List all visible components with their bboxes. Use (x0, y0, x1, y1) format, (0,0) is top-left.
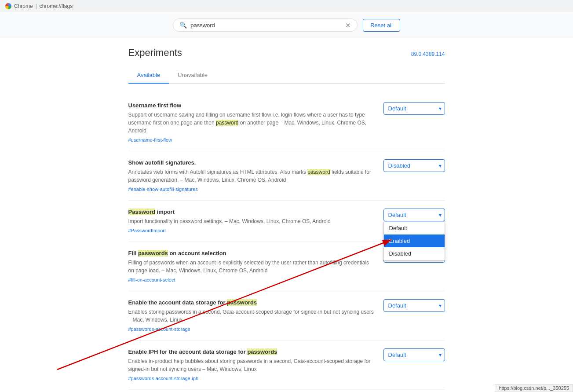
select-wrapper: Default Enabled Disabled (383, 209, 445, 221)
flag-control-password-import: Default Enabled Disabled Default Enabled… (383, 209, 445, 221)
flag-link[interactable]: #PasswordImport (128, 228, 166, 233)
select-wrapper: Default Enabled Disabled (383, 299, 445, 312)
flag-content: Fill passwords on account selection Fill… (128, 250, 375, 283)
flag-desc: Support of username saving and filling o… (128, 111, 375, 135)
search-input[interactable] (190, 22, 342, 29)
main-content: Experiments 89.0.4389.114 Available Unav… (120, 38, 454, 392)
flag-title: Enable IPH for the account data storage … (128, 348, 375, 355)
flag-title: Enable the account data storage for pass… (128, 299, 375, 306)
select-wrapper: Default Enabled Disabled (383, 159, 445, 172)
flag-desc: Enables in-product help bubbles about st… (128, 357, 375, 373)
footer-url: https://blog.csdn.net/p..._350255 (495, 384, 573, 392)
flag-desc: Annotates web forms with Autofill signat… (128, 168, 375, 184)
flag-title: Show autofill signatures. (128, 159, 375, 166)
flag-desc: Import functionality in password setting… (128, 217, 375, 225)
flag-link[interactable]: #username-first-flow (128, 137, 172, 143)
version-number: 89.0.4389.114 (411, 51, 445, 57)
flag-select-username-first-flow[interactable]: Default Enabled Disabled (383, 102, 445, 115)
flag-content: Enable IPH for the account data storage … (128, 348, 375, 381)
top-bar: Chrome | chrome://flags (0, 0, 573, 12)
flag-item-password-import: Password import Import functionality in … (128, 201, 445, 242)
flag-link[interactable]: #fill-on-account-select (128, 277, 175, 282)
highlight-word: passwords (247, 348, 277, 355)
dropdown-option-disabled[interactable]: Disabled (384, 247, 445, 260)
flag-link[interactable]: #passwords-account-storage-iph (128, 376, 199, 381)
flag-control: Default Enabled Disabled (383, 159, 445, 172)
flag-item-autofill-signatures: Show autofill signatures. Annotates web … (128, 151, 445, 201)
highlight-word: Password (128, 209, 155, 215)
flag-title: Username first flow (128, 102, 375, 109)
tabs: Available Unavailable (128, 67, 445, 84)
flag-item-passwords-account-storage: Enable the account data storage for pass… (128, 291, 445, 341)
chrome-logo-icon (5, 3, 11, 9)
tab-unavailable[interactable]: Unavailable (169, 67, 216, 84)
title-after: import (155, 209, 175, 215)
experiments-header: Experiments 89.0.4389.114 (128, 47, 445, 59)
flag-select-autofill-signatures[interactable]: Default Enabled Disabled (383, 159, 445, 172)
select-wrapper: Default Enabled Disabled (383, 102, 445, 115)
flag-title: Password import (128, 209, 375, 215)
flag-select-passwords-account-storage[interactable]: Default Enabled Disabled (383, 299, 445, 312)
highlight-word: password (307, 169, 330, 175)
app-name: Chrome (14, 3, 33, 9)
select-wrapper: Default Enabled Disabled (383, 348, 445, 361)
tab-available[interactable]: Available (128, 67, 169, 84)
flag-content: Show autofill signatures. Annotates web … (128, 159, 375, 192)
flag-item-username-first-flow: Username first flow Support of username … (128, 94, 445, 151)
flag-desc: Filling of passwords when an account is … (128, 259, 375, 275)
flag-control: Default Enabled Disabled (383, 102, 445, 115)
flag-control: Default Enabled Disabled (383, 348, 445, 361)
flag-select-password-import[interactable]: Default Enabled Disabled (383, 209, 445, 221)
flag-title: Fill passwords on account selection (128, 250, 375, 256)
highlight-word: passwords (227, 299, 257, 306)
flag-item-passwords-account-storage-iph: Enable IPH for the account data storage … (128, 341, 445, 390)
flag-content: Password import Import functionality in … (128, 209, 375, 234)
page-title: Experiments (128, 47, 182, 59)
search-icon: 🔍 (179, 22, 187, 29)
flag-select-passwords-account-storage-iph[interactable]: Default Enabled Disabled (383, 348, 445, 361)
flag-content: Enable the account data storage for pass… (128, 299, 375, 332)
flag-link[interactable]: #passwords-account-storage (128, 326, 190, 332)
reset-all-button[interactable]: Reset all (363, 19, 400, 32)
flag-content: Username first flow Support of username … (128, 102, 375, 143)
dropdown-menu-password-import: Default Enabled Disabled (383, 221, 445, 260)
dropdown-option-enabled[interactable]: Enabled (384, 234, 445, 247)
desc-before: Annotates web forms with Autofill signat… (128, 169, 308, 175)
highlight-word: passwords (138, 250, 168, 256)
separator: | (36, 3, 37, 9)
title-before: Enable the account data storage for (128, 299, 227, 306)
highlight-word: password (216, 120, 238, 126)
url-text: chrome://flags (40, 3, 73, 9)
title-before: Enable IPH for the account data storage … (128, 348, 248, 355)
dropdown-option-default[interactable]: Default (384, 222, 445, 234)
flag-control: Default Enabled Disabled (383, 299, 445, 312)
title-after: on account selection (168, 250, 226, 256)
title-before: Fill (128, 250, 138, 256)
search-area: 🔍 ✕ Reset all (0, 12, 573, 38)
clear-search-button[interactable]: ✕ (345, 22, 351, 29)
flag-link[interactable]: #enable-show-autofill-signatures (128, 187, 198, 192)
search-wrapper: 🔍 ✕ (173, 18, 358, 32)
flag-desc: Enables storing passwords in a second, G… (128, 308, 375, 324)
